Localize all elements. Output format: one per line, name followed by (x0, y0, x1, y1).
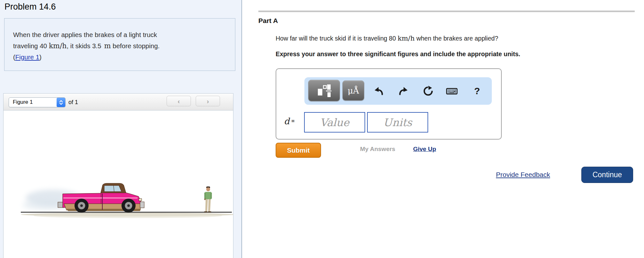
pedestrian-figure (204, 186, 212, 213)
reset-button[interactable] (422, 85, 434, 97)
figure-select[interactable]: Figure 1 (9, 97, 66, 107)
mastering-physics-page: Problem 14.6 When the driver applies the… (0, 0, 644, 258)
figure-select-value: Figure 1 (13, 99, 33, 105)
my-answers-label: My Answers (360, 146, 395, 153)
page-title: Problem 14.6 (4, 2, 56, 12)
panel-divider (241, 0, 242, 258)
math-toolbar: μÅ (304, 77, 492, 105)
undo-button[interactable] (373, 85, 385, 97)
question-unit: km/h (397, 34, 414, 42)
figure-select-stepper-icon (57, 98, 65, 107)
variable-d: d (284, 116, 289, 126)
provide-feedback-link[interactable]: Provide Feedback (496, 171, 550, 178)
units-palette-button[interactable]: μÅ (342, 80, 364, 101)
give-up-link[interactable]: Give Up (413, 146, 436, 153)
help-button[interactable]: ? (471, 85, 483, 97)
units-input[interactable] (367, 112, 428, 133)
question-mark-icon: ? (474, 86, 480, 96)
distance-unit: m (104, 42, 111, 50)
speed-unit: km/h (49, 42, 67, 50)
chevron-left-icon: ‹ (178, 97, 180, 105)
figure-1-link[interactable]: Figure 1 (15, 53, 39, 61)
micro-angstrom-icon: μÅ (348, 86, 359, 95)
part-a-heading: Part A (258, 17, 278, 25)
paren-open: ( (13, 53, 15, 61)
paren-close: ) (39, 53, 42, 61)
continue-button[interactable]: Continue (581, 167, 633, 183)
undo-icon (373, 86, 384, 96)
figure-next-button[interactable]: › (196, 96, 220, 106)
statement-line2-mid: , it skids 3.5 (67, 42, 101, 49)
keyboard-button[interactable] (446, 85, 458, 97)
figure-count-label: of 1 (68, 99, 78, 106)
statement-line2-post: before stopping. (111, 42, 160, 49)
chevron-right-icon: › (207, 97, 209, 105)
statement-line2-pre: traveling 40 (13, 42, 49, 49)
redo-button[interactable] (397, 85, 410, 97)
question-post: when the brakes are applied? (415, 35, 498, 42)
submit-button[interactable]: Submit (276, 143, 321, 158)
part-a-question: How far will the truck skid if it is tra… (276, 34, 498, 42)
answer-entry-box: μÅ (276, 68, 502, 140)
redo-icon (398, 86, 409, 96)
value-input[interactable] (304, 112, 365, 133)
answer-variable-label: d= (284, 116, 295, 126)
statement-line1: When the driver applies the brakes of a … (13, 31, 157, 38)
answer-instruction: Express your answer to three significant… (276, 50, 520, 58)
math-template-button[interactable] (308, 80, 340, 101)
question-pre: How far will the truck skid if it is tra… (276, 35, 397, 42)
problem-statement-text: When the driver applies the brakes of a … (13, 29, 224, 63)
problem-statement-box: When the driver applies the brakes of a … (4, 18, 235, 71)
truck-figure-image (3, 166, 233, 224)
reset-icon (423, 86, 434, 96)
equals-sign: = (291, 118, 295, 124)
section-divider-rule (258, 11, 635, 12)
figure-prev-button[interactable]: ‹ (167, 96, 191, 106)
math-template-icon (316, 83, 332, 98)
keyboard-icon (446, 86, 458, 96)
